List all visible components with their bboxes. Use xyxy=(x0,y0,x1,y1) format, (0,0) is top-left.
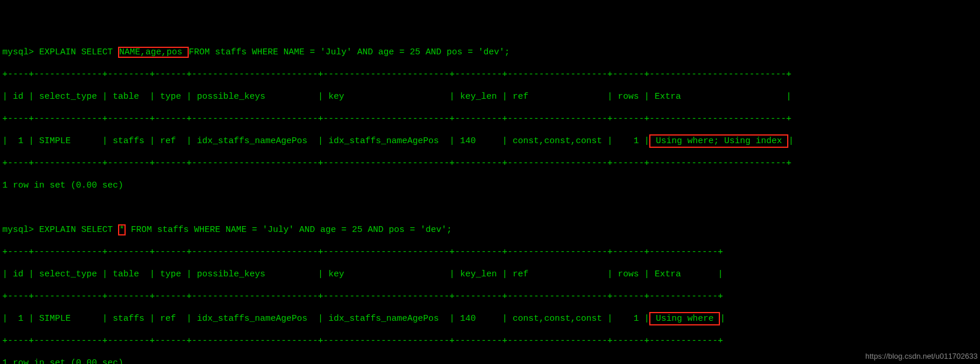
query1-command: mysql> EXPLAIN SELECT NAME,age,pos FROM … xyxy=(2,47,980,58)
q1-summary: 1 row in set (0.00 sec) xyxy=(2,180,980,191)
q2-row: | 1 | SIMPLE | staffs | ref | idx_staffs… xyxy=(2,313,980,324)
q1-cmd-post: FROM staffs WHERE NAME = 'July' AND age … xyxy=(189,47,510,57)
q2-sep-mid: +----+-------------+--------+------+----… xyxy=(2,291,980,302)
q1-row-post: | xyxy=(788,136,794,146)
q2-row-pre: | 1 | SIMPLE | staffs | ref | idx_staffs… xyxy=(2,314,649,324)
highlight-select-cols: NAME,age,pos xyxy=(118,47,189,58)
highlight-extra-using-where: Using where xyxy=(649,312,720,325)
q2-cmd-post: FROM staffs WHERE NAME = 'July' AND age … xyxy=(126,225,452,235)
mysql-prompt: mysql> xyxy=(2,225,34,235)
q1-sep-top: +----+-------------+--------+------+----… xyxy=(2,69,980,80)
q2-cmd-pre: EXPLAIN SELECT xyxy=(34,225,118,235)
blank xyxy=(2,202,980,213)
watermark: https://blog.csdn.net/u011702633 xyxy=(865,351,978,362)
q2-sep-bot: +----+-------------+--------+------+----… xyxy=(2,335,980,346)
mysql-prompt: mysql> xyxy=(2,47,34,57)
q1-header: | id | select_type | table | type | poss… xyxy=(2,91,980,102)
q2-sep-top: +----+-------------+--------+------+----… xyxy=(2,247,980,258)
highlight-select-star: * xyxy=(118,224,126,235)
q1-sep-mid: +----+-------------+--------+------+----… xyxy=(2,113,980,124)
q1-sep-bot: +----+-------------+--------+------+----… xyxy=(2,158,980,169)
q2-row-post: | xyxy=(720,314,725,324)
q2-header: | id | select_type | table | type | poss… xyxy=(2,269,980,280)
q1-cmd-pre: EXPLAIN SELECT xyxy=(34,47,118,57)
query2-command: mysql> EXPLAIN SELECT * FROM staffs WHER… xyxy=(2,224,980,235)
q2-summary: 1 row in set (0.00 sec) xyxy=(2,358,980,364)
highlight-extra-using-index: Using where; Using index xyxy=(649,134,788,148)
q1-row: | 1 | SIMPLE | staffs | ref | idx_staffs… xyxy=(2,136,980,147)
q1-row-pre: | 1 | SIMPLE | staffs | ref | idx_staffs… xyxy=(2,136,649,146)
